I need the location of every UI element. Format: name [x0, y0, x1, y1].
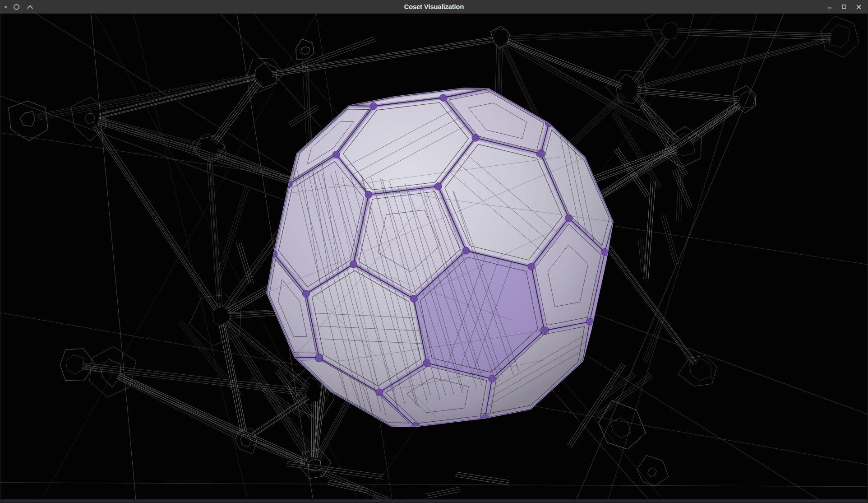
maximize-icon — [841, 4, 847, 10]
minimize-button[interactable] — [826, 3, 834, 11]
close-icon — [855, 4, 862, 10]
viewport-3d[interactable] — [0, 14, 868, 503]
titlebar[interactable]: Coset Visualization — [0, 0, 868, 14]
titlebar-left-icons — [5, 0, 34, 14]
chevron-up-icon[interactable] — [26, 5, 34, 9]
circle-icon[interactable] — [14, 4, 19, 10]
window-controls — [826, 0, 863, 14]
minimize-icon — [826, 4, 833, 10]
coset-render-canvas[interactable] — [0, 14, 868, 503]
status-dot-icon — [5, 6, 7, 8]
window-title: Coset Visualization — [0, 0, 868, 14]
close-button[interactable] — [854, 3, 863, 11]
maximize-button[interactable] — [840, 3, 848, 11]
